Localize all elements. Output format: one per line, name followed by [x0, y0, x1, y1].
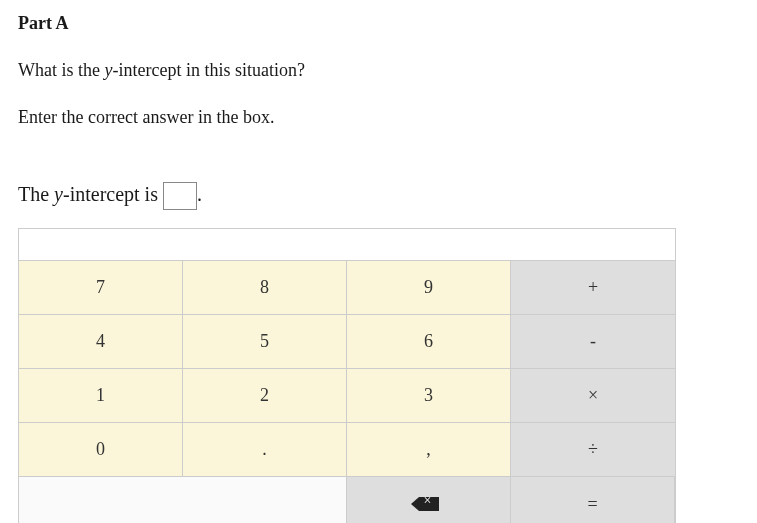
key-4[interactable]: 4 [19, 315, 183, 369]
q-suffix: -intercept in this situation? [112, 60, 304, 80]
key-dot[interactable]: . [183, 423, 347, 477]
part-header: Part A [18, 10, 739, 37]
key-blank [19, 477, 347, 523]
answer-sentence: The y-intercept is . [18, 179, 739, 210]
answer-input[interactable] [163, 182, 197, 210]
ans-mid: -intercept is [63, 183, 163, 205]
key-0[interactable]: 0 [19, 423, 183, 477]
instruction-text: Enter the correct answer in the box. [18, 104, 739, 131]
key-3[interactable]: 3 [347, 369, 511, 423]
key-5[interactable]: 5 [183, 315, 347, 369]
ans-var: y [54, 183, 63, 205]
key-2[interactable]: 2 [183, 369, 347, 423]
keypad-grid: 7 8 9 + 4 5 6 - 1 2 3 × 0 . , ÷ = [19, 261, 675, 523]
key-times[interactable]: × [511, 369, 675, 423]
question-line: What is the y-intercept in this situatio… [18, 57, 739, 84]
keypad-display [19, 229, 675, 261]
key-backspace[interactable] [347, 477, 511, 523]
ans-prefix: The [18, 183, 54, 205]
key-1[interactable]: 1 [19, 369, 183, 423]
key-8[interactable]: 8 [183, 261, 347, 315]
key-9[interactable]: 9 [347, 261, 511, 315]
key-comma[interactable]: , [347, 423, 511, 477]
key-plus[interactable]: + [511, 261, 675, 315]
key-7[interactable]: 7 [19, 261, 183, 315]
backspace-icon [419, 497, 439, 511]
q-prefix: What is the [18, 60, 104, 80]
key-divide[interactable]: ÷ [511, 423, 675, 477]
key-minus[interactable]: - [511, 315, 675, 369]
ans-suffix: . [197, 183, 202, 205]
keypad-panel: 7 8 9 + 4 5 6 - 1 2 3 × 0 . , ÷ = [18, 228, 676, 523]
key-equals[interactable]: = [511, 477, 675, 523]
key-6[interactable]: 6 [347, 315, 511, 369]
